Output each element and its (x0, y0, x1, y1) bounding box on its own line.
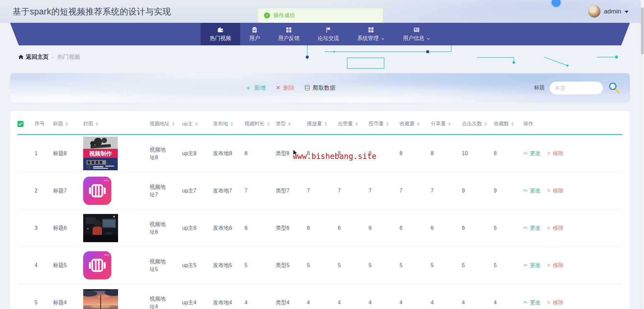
scrollbar[interactable] (641, 0, 644, 309)
table-row: 2标题7 PRO 视频地址7up主7发布地77类型77777799 ✂ 更改 ✕… (17, 172, 623, 210)
scrollbar-thumb[interactable] (641, 7, 644, 54)
remove-link[interactable]: ✕ 移除 (546, 224, 564, 232)
cell-actions: ✂ 更改 ✕ 移除 (523, 299, 614, 306)
table-row: 4标题5 PRO 视频地址5up主5发布地55类型55555555 ✂ 更改 ✕… (17, 247, 623, 284)
cell-title: 标题8 (53, 149, 83, 157)
mouse-cursor-icon (292, 149, 299, 157)
cell-actions: ✂ 更改 ✕ 移除 (523, 261, 614, 269)
breadcrumb-home-link[interactable]: 返回主页 (18, 53, 49, 61)
cell-duration: 8 (245, 149, 276, 157)
cell-location: 发布地4 (213, 299, 245, 306)
header-title[interactable]: 标题 (53, 121, 83, 127)
cell-address: 视频地址4 (150, 295, 182, 309)
add-button-label: 新增 (254, 84, 266, 92)
header-address[interactable]: 视频地址 (150, 121, 182, 127)
x-icon: ✕ (546, 187, 551, 194)
header-coins[interactable]: 投币量 (369, 121, 399, 127)
edit-link-label: 更改 (530, 187, 540, 194)
svg-text:PRO: PRO (104, 254, 109, 256)
plus-icon: ＋ (245, 83, 252, 92)
remove-link[interactable]: ✕ 移除 (546, 261, 564, 269)
x-icon: ✕ (546, 299, 551, 306)
sort-carets-icon (96, 122, 98, 126)
edit-link[interactable]: ✂ 更改 (523, 187, 540, 194)
edit-link[interactable]: ✂ 更改 (523, 224, 540, 232)
cell-category: 类型6 (276, 224, 307, 232)
header-label: 序号 (35, 121, 45, 127)
header-uploader[interactable]: up主 (182, 121, 213, 127)
cell-index: 4 (35, 261, 53, 269)
header-cover[interactable]: 封面 (83, 121, 150, 127)
remove-link[interactable]: ✕ 移除 (546, 149, 564, 157)
cell-cover: PRO (83, 177, 150, 205)
cell-actions: ✂ 更改 ✕ 移除 (523, 187, 614, 194)
edit-link-label: 更改 (530, 149, 540, 157)
nav-item-6[interactable]: 用户信息 (394, 23, 439, 45)
scissors-icon: ✂ (523, 224, 528, 232)
toolbar-card: ＋ 新增 ✕ 删除 爬取数据 标题 (10, 73, 630, 102)
cell-coins: 4 (369, 299, 399, 306)
wallet-icon (217, 27, 224, 33)
header-label: 操作 (523, 121, 533, 127)
nav-item-1[interactable]: 热门视频 (201, 23, 240, 45)
cell-favorites: 4 (399, 299, 431, 306)
header-collections[interactable]: 收藏数 (494, 121, 523, 127)
delete-button[interactable]: ✕ 删除 (276, 84, 294, 92)
postcard-icon (413, 27, 420, 33)
breadcrumb-current: 热门视频 (57, 53, 80, 61)
x-icon: ✕ (546, 150, 551, 157)
nav-item-5[interactable]: 系统管理 (348, 23, 394, 45)
header-actions: 操作 (523, 121, 614, 127)
nav-item-3[interactable]: 用户反馈 (269, 23, 309, 45)
header-duration[interactable]: 视频时长 (245, 121, 276, 127)
sort-carets-icon (484, 122, 487, 126)
nav-item-2[interactable]: 用户 (240, 23, 269, 45)
select-all-checkbox[interactable] (17, 121, 23, 127)
sort-carets-icon (195, 122, 198, 126)
nav-item-4[interactable]: 论坛交流 (309, 23, 348, 45)
edit-link[interactable]: ✂ 更改 (523, 261, 540, 269)
header-category[interactable]: 类型 (276, 121, 307, 127)
remove-link-label: 移除 (553, 299, 564, 306)
scissors-icon: ✂ (523, 261, 528, 269)
user-menu[interactable]: admin (588, 0, 629, 23)
chevron-down-icon (427, 38, 430, 40)
header-favorites[interactable]: 收藏量 (399, 121, 431, 127)
header-location[interactable]: 发布地 (213, 121, 245, 127)
cell-address: 视频地址6 (150, 220, 182, 236)
remove-link[interactable]: ✕ 移除 (546, 299, 564, 306)
avatar[interactable] (588, 5, 600, 17)
cell-cover (83, 289, 150, 309)
cell-location: 发布地6 (213, 224, 245, 232)
search-input[interactable] (550, 82, 603, 94)
edit-link[interactable]: ✂ 更改 (523, 149, 540, 157)
cell-duration: 4 (245, 299, 276, 306)
cell-index: 2 (35, 187, 53, 194)
nav-item-label: 论坛交流 (318, 35, 339, 42)
crawl-data-label: 爬取数据 (313, 84, 335, 92)
cell-cover (83, 214, 150, 242)
cell-likes: 5 (338, 261, 369, 269)
watermark-text: www.bishebang.site (293, 152, 376, 161)
x-icon: ✕ (546, 262, 551, 269)
header-shares[interactable]: 分享量 (431, 121, 462, 127)
table-body: 1标题8 视频制作 视频地址8up主8发布地88类型888888108 ✂ 更改… (17, 135, 623, 309)
header-clicks[interactable]: 点击次数 (462, 121, 494, 127)
search-button[interactable] (608, 82, 621, 94)
cell-actions: ✂ 更改 ✕ 移除 (523, 224, 614, 232)
header-select-all (17, 121, 35, 127)
header-likes[interactable]: 点赞量 (338, 121, 369, 127)
cell-collections: 9 (494, 187, 523, 194)
remove-link[interactable]: ✕ 移除 (546, 187, 564, 194)
nav-item-label: 用户 (249, 35, 260, 42)
edit-link[interactable]: ✂ 更改 (523, 299, 540, 306)
crawl-data-button[interactable]: 爬取数据 (305, 84, 335, 92)
cell-duration: 6 (245, 224, 276, 232)
cell-collections: 4 (494, 299, 523, 306)
search-group: 标题 (534, 73, 621, 102)
add-button[interactable]: ＋ 新增 (245, 83, 266, 92)
remove-link-label: 移除 (553, 261, 564, 269)
home-icon (18, 55, 23, 59)
header-plays[interactable]: 播放量 (307, 121, 338, 127)
cover-sunset-photo (83, 289, 118, 309)
